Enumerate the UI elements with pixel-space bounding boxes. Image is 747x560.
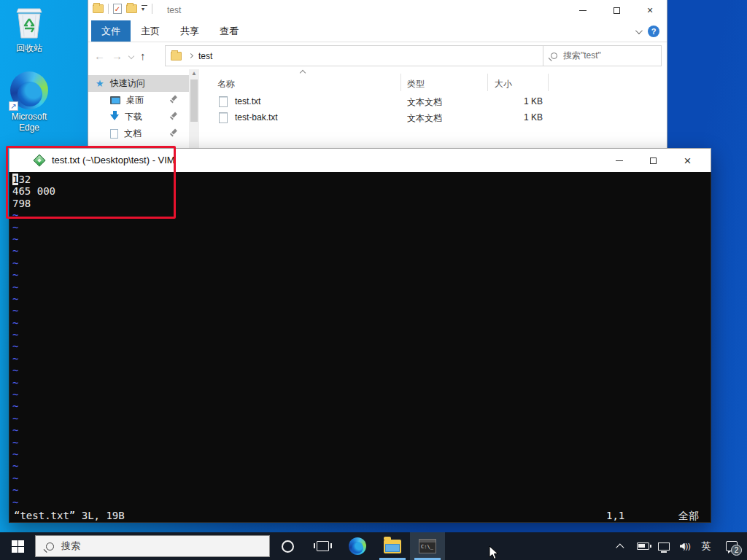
recent-locations-icon[interactable] [128,52,134,58]
explorer-titlebar: ✓ ▾ test × [88,0,667,20]
help-button[interactable]: ? [648,26,659,37]
desktop: 回收站 ↗ Microsoft Edge ✓ ▾ test [0,0,747,560]
network-button[interactable] [656,537,672,555]
column-header-type[interactable]: 类型 [407,78,425,90]
mouse-cursor [489,545,499,560]
downloads-icon [110,114,119,120]
column-header-name[interactable]: 名称 [217,78,235,90]
explorer-minimize-button[interactable] [566,0,600,20]
text-file-icon [219,112,228,123]
breadcrumb-path[interactable]: test [198,51,212,61]
explorer-search-input[interactable]: 搜索"test" [543,45,662,66]
tab-home[interactable]: 主页 [131,20,170,42]
sidebar-item-quick-access[interactable]: ★ 快速访问 [88,75,190,92]
search-icon [551,52,557,59]
start-button[interactable] [0,532,35,560]
tab-share[interactable]: 共享 [170,20,209,42]
explorer-app-icon [93,4,104,13]
quick-access-toolbar: ✓ ▾ [93,4,152,14]
file-explorer-icon [384,540,401,553]
vim-scroll-indicator: 全部 [678,509,699,522]
chevron-up-icon [616,543,624,551]
taskbar: 搜索 C:\_ ))) 英 2 [0,532,747,560]
annotation-rectangle [6,146,176,219]
vim-cursor-position: 1,1 [606,509,624,522]
desktop-icon [110,96,120,104]
search-placeholder: 搜索"test" [563,50,601,62]
battery-button[interactable] [635,537,651,555]
documents-icon [110,129,118,139]
task-view-button[interactable] [305,532,340,560]
vim-maximize-button[interactable] [636,149,670,173]
breadcrumb-chevron-icon [188,53,193,58]
volume-button[interactable]: ))) [677,537,693,555]
file-row-test-bak-txt[interactable]: test-bak.txt 文本文档 1 KB [209,110,661,126]
file-list: 名称 类型 大小 test.txt 文本文档 1 KB test-bak.t [209,69,661,149]
pin-icon [169,96,177,104]
cortana-icon [282,540,294,553]
explorer-window-title: test [167,5,181,15]
edge-icon [349,537,366,555]
ime-indicator[interactable]: 英 [698,537,714,555]
ribbon-collapse-icon[interactable] [635,27,643,34]
vim-status-line: “test.txt” 3L, 19B 1,1 全部 [9,509,711,522]
navigation-pane: ★ 快速访问 桌面 下载 文档 [88,75,190,142]
forward-button[interactable]: → [112,50,123,62]
properties-icon[interactable]: ✓ [113,4,122,14]
up-button[interactable]: ↑ [140,50,146,62]
vim-file-info: “test.txt” 3L, 19B [14,509,125,522]
address-folder-icon [171,52,182,61]
vim-editor-area[interactable]: 132 465 000 798 ~~~~~~~~~~~~~~~~~~~~~~~~… [9,172,711,523]
edge-shortcut[interactable]: ↗ Microsoft Edge [4,71,55,133]
address-bar-row: ← → ↑ test ↻ 搜索"test" [88,42,667,69]
taskbar-console-button[interactable]: C:\_ [410,532,445,560]
sidebar-item-desktop[interactable]: 桌面 [88,92,190,109]
back-button[interactable]: ← [94,50,105,62]
console-icon: C:\_ [419,539,436,553]
column-header-size[interactable]: 大小 [495,78,512,90]
network-icon [658,542,670,551]
cortana-button[interactable] [270,532,305,560]
navigation-scrollbar[interactable]: ▲ [189,69,199,149]
sort-ascending-icon [300,70,306,76]
tab-view[interactable]: 查看 [209,20,249,42]
notification-center-button[interactable]: 2 [724,537,740,555]
taskbar-search-input[interactable]: 搜索 [35,535,270,557]
taskbar-explorer-button[interactable] [375,532,410,560]
new-folder-icon[interactable] [126,4,137,13]
column-headers: 名称 类型 大小 [209,69,661,94]
tray-expand-button[interactable] [614,537,630,555]
vim-close-button[interactable]: × [670,149,705,173]
battery-icon [637,542,649,550]
ribbon-tab-bar: 文件 主页 共享 查看 ? [88,20,667,42]
system-tray: ))) 英 2 [614,532,747,560]
volume-icon [680,543,685,550]
explorer-maximize-button[interactable] [600,0,633,20]
edge-icon: ↗ [4,71,55,109]
edge-label-line1: Microsoft [4,112,55,122]
recycle-bin-icon [4,4,55,41]
explorer-close-button[interactable]: × [633,0,667,20]
pin-icon [169,129,177,137]
vim-filler-lines: ~~~~~~~~~~~~~~~~~~~~~~~~~ [12,209,708,508]
customize-qat-icon[interactable]: ▾ [142,5,147,12]
taskbar-search-placeholder: 搜索 [61,540,80,553]
windows-logo-icon [12,540,24,553]
taskbar-edge-button[interactable] [340,532,375,560]
notification-badge: 2 [731,545,742,556]
notification-icon: 2 [726,541,738,551]
shortcut-arrow-icon: ↗ [9,101,18,111]
tab-file[interactable]: 文件 [91,20,131,42]
recycle-bin-label: 回收站 [4,43,55,54]
task-view-icon [317,541,329,551]
search-icon [46,542,54,551]
sidebar-item-documents[interactable]: 文档 [88,125,190,142]
file-row-test-txt[interactable]: test.txt 文本文档 1 KB [209,94,661,110]
quick-access-icon: ★ [96,78,104,89]
text-file-icon [219,96,228,107]
vim-minimize-button[interactable] [602,149,636,173]
sidebar-item-downloads[interactable]: 下载 [88,109,190,125]
recycle-bin-shortcut[interactable]: 回收站 [4,4,55,54]
edge-label-line2: Edge [4,122,55,133]
explorer-window: ✓ ▾ test × 文件 主页 共享 查看 ? ← [88,0,667,149]
